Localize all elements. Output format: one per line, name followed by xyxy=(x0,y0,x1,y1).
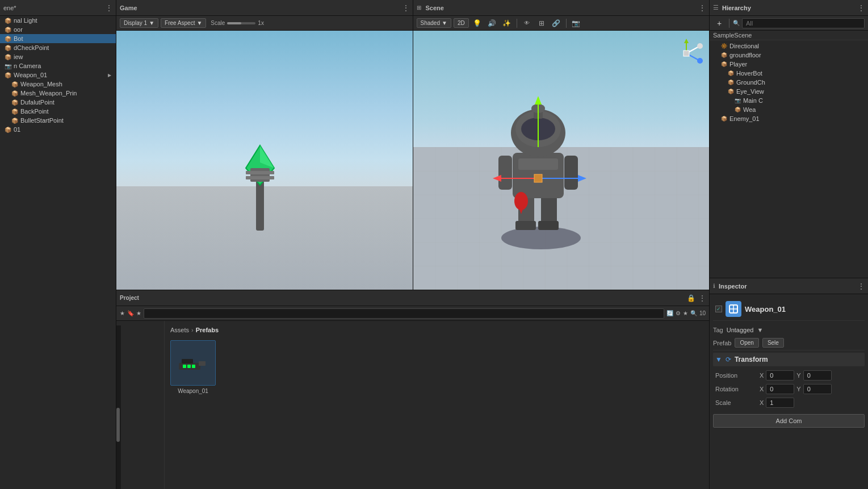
hierarchy-item-directional-light[interactable]: 📦 nal Light xyxy=(0,16,116,25)
hierarchy-item-groundfloor[interactable]: 📦 groundfloor xyxy=(710,51,868,60)
asset-browser-main: Assets › Prefabs xyxy=(165,321,709,489)
hierarchy-item-view[interactable]: 📦 iew xyxy=(0,52,116,61)
hierarchy-item-camera[interactable]: 📷 n Camera xyxy=(0,61,116,70)
inspector-object-header: ✓ Weapon_01 xyxy=(713,298,865,321)
camera-icon[interactable]: 📷 xyxy=(570,17,582,30)
hierarchy-item-weapon-mesh[interactable]: 📦 Weapon_Mesh xyxy=(0,80,116,89)
audio-icon[interactable]: 🔊 xyxy=(486,17,498,30)
hierarchy-item-main-camera[interactable]: 📷 Main C xyxy=(710,96,868,105)
hierarchy-item-hoverbot[interactable]: 📦 HoverBot xyxy=(710,69,868,78)
hierarchy-options[interactable]: ⋮ xyxy=(858,4,865,12)
object-active-checkbox[interactable]: ✓ xyxy=(715,306,722,312)
gizmo-toggle[interactable]: 👁 xyxy=(521,17,533,30)
hierarchy-item-bulletstart[interactable]: 📦 BulletStartPoint xyxy=(0,116,116,125)
hierarchy-item-dufalut[interactable]: 📦 DufalutPoint xyxy=(0,98,116,107)
settings-icon[interactable]: ⚙ xyxy=(676,310,681,316)
game-options-icon[interactable]: ⋮ xyxy=(402,4,409,12)
game-canvas[interactable] xyxy=(116,31,413,290)
position-x-input[interactable] xyxy=(766,370,794,381)
rotation-x-input[interactable] xyxy=(766,384,794,394)
folder-scrollbar[interactable] xyxy=(116,325,121,489)
lighting-icon[interactable]: 💡 xyxy=(471,17,484,30)
rotation-x-label: X xyxy=(760,386,764,392)
transform-section: ▼ ⟳ Transform Position X Y xyxy=(713,353,865,409)
scene-options-icon[interactable]: ⋮ xyxy=(106,4,112,12)
display-dropdown[interactable]: Display 1 ▼ xyxy=(120,18,158,28)
hierarchy-add-btn[interactable]: + xyxy=(713,17,726,30)
hierarchy-item-eye-view[interactable]: 📦 Eye_View xyxy=(710,87,868,96)
robot-model xyxy=(487,90,601,251)
hierarchy-item-wea[interactable]: 📦 Wea xyxy=(710,105,868,114)
bookmark-icon[interactable]: 🔖 xyxy=(127,310,134,316)
hierarchy-item-backpoint[interactable]: 📦 BackPoint xyxy=(0,107,116,116)
favorites-icon[interactable]: ★ xyxy=(120,310,125,316)
aspect-dropdown[interactable]: Free Aspect ▼ xyxy=(161,18,206,28)
folder-tree-item[interactable]: ... xyxy=(119,323,162,325)
breadcrumb-prefabs[interactable]: Prefabs xyxy=(196,327,219,333)
hierarchy-item-groundch[interactable]: 📦 GroundCh xyxy=(710,78,868,87)
shading-dropdown[interactable]: Shaded ▼ xyxy=(417,18,451,28)
filter-icon[interactable]: ★ xyxy=(136,310,141,316)
transform-header[interactable]: ▼ ⟳ Transform xyxy=(713,353,865,366)
hierarchy-item-mesh-weapon[interactable]: 📦 Mesh_Weapon_Prin xyxy=(0,89,116,98)
asset-count-badge: 10 xyxy=(699,310,706,316)
asset-thumb-weapon01[interactable] xyxy=(170,340,216,386)
scale-value: 1x xyxy=(258,20,264,26)
position-y-input[interactable] xyxy=(803,370,832,381)
left-hierarchy-panel: ene* ⋮ 📦 nal Light 📦 oor 📦 Bot 📦 dCheckP… xyxy=(0,0,116,489)
project-options-icon[interactable]: ⋮ xyxy=(699,294,706,302)
prefab-label: Prefab xyxy=(713,340,731,346)
project-search-input[interactable] xyxy=(144,308,664,319)
effects-icon[interactable]: ✨ xyxy=(501,17,513,30)
bottom-panel: Project 🔒 ⋮ ★ 🔖 ★ 🔄 ⚙ ★ 🔍 10 ... xyxy=(116,290,709,489)
inspector-options[interactable]: ⋮ xyxy=(858,282,865,290)
hierarchy-search-input[interactable] xyxy=(742,18,865,28)
transform-component-icon: ⟳ xyxy=(726,356,731,363)
scale-slider[interactable] xyxy=(227,22,255,24)
hierarchy-item-bot[interactable]: 📦 Bot xyxy=(0,34,116,43)
scene-gizmo[interactable] xyxy=(669,36,703,70)
inspector-header-bar: ℹ Inspector ⋮ xyxy=(710,278,868,294)
scene-canvas[interactable] xyxy=(413,31,710,290)
hierarchy-item-weapon01[interactable]: 📦 Weapon_01 ▶ xyxy=(0,70,116,80)
star-icon[interactable]: ★ xyxy=(683,310,688,316)
grid-icon[interactable]: ⊞ xyxy=(535,17,548,30)
scene-grid-icon: ⊞ xyxy=(417,5,421,11)
viewports-row: Game ⋮ Display 1 ▼ Free Aspect ▼ Scale xyxy=(116,0,709,290)
transform-title: Transform xyxy=(735,356,768,363)
scene-options-icon[interactable]: ⋮ xyxy=(699,4,706,12)
prefab-open-btn[interactable]: Open xyxy=(735,338,758,348)
rotation-y-input[interactable] xyxy=(803,384,832,394)
breadcrumb-assets[interactable]: Assets xyxy=(170,327,189,333)
refresh-icon[interactable]: 🔄 xyxy=(666,310,673,316)
position-label: Position xyxy=(715,372,755,379)
right-side-panel: ☰ Hierarchy ⋮ + 🔍 SampleScene 🔆 Directio… xyxy=(709,0,868,489)
hierarchy-item-enemy01[interactable]: 📦 Enemy_01 xyxy=(710,114,868,123)
hierarchy-item-directional[interactable]: 🔆 Directional xyxy=(710,41,868,51)
scrollbar-thumb xyxy=(116,408,120,442)
rotation-xyz: X Y xyxy=(760,384,832,394)
scale-row: Scale X xyxy=(713,396,865,409)
scene-tab-label[interactable]: ene* xyxy=(3,5,16,11)
hierarchy-item-player[interactable]: 📦 Player xyxy=(710,60,868,69)
svg-rect-11 xyxy=(515,221,536,230)
snap-icon[interactable]: 🔗 xyxy=(550,17,563,30)
scene-name: SampleScene xyxy=(713,32,752,39)
rotation-row: Rotation X Y xyxy=(713,382,865,396)
prefab-select-btn[interactable]: Sele xyxy=(762,338,784,348)
object-name: Weapon_01 xyxy=(745,305,786,314)
hierarchy-item-floor[interactable]: 📦 oor xyxy=(0,25,116,34)
hierarchy-item-01[interactable]: 📦 01 xyxy=(0,125,116,134)
position-x-label: X xyxy=(760,372,764,379)
2d-button[interactable]: 2D xyxy=(454,18,469,28)
scale-x-input[interactable] xyxy=(766,398,794,408)
tag-dropdown-arrow[interactable]: ▼ xyxy=(757,327,763,333)
lock-icon[interactable]: 🔒 xyxy=(687,294,695,302)
add-component-btn[interactable]: Add Com xyxy=(713,414,865,428)
filter2-icon[interactable]: 🔍 xyxy=(690,310,697,316)
left-panel-header: ene* ⋮ xyxy=(0,0,116,16)
hierarchy-search-bar: + 🔍 xyxy=(710,16,868,31)
svg-rect-44 xyxy=(187,365,191,368)
asset-item-weapon01[interactable]: Weapon_01 xyxy=(170,340,216,394)
hierarchy-item-checkpoint[interactable]: 📦 dCheckPoint xyxy=(0,43,116,52)
